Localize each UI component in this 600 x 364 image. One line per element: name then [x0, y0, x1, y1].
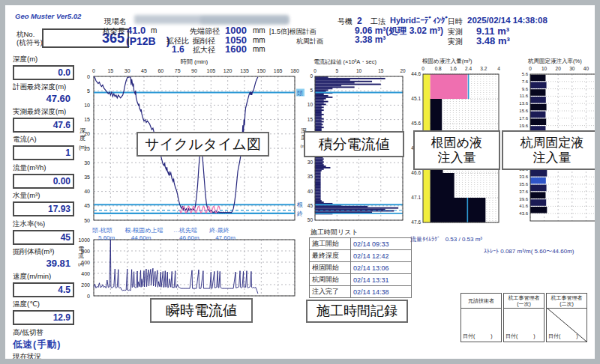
tick-label: 1000 — [78, 237, 90, 243]
tick-label: 11.6 — [520, 94, 529, 98]
table-row: 注入完了02/14 14:38 — [310, 286, 412, 298]
depth-value: 0.0 — [13, 65, 74, 80]
excavation-vol-label: 掘削体積(m³) — [13, 247, 74, 257]
times-callout: 施工時間記録 — [306, 300, 408, 323]
tick-label: 47.6 — [411, 219, 421, 225]
axis-label: 深 — [80, 127, 86, 134]
tick-label: 5.6 — [522, 72, 529, 76]
table-row: 杭周開始02/14 13:31 — [310, 274, 412, 286]
times-title: 施工時間リスト — [310, 228, 358, 237]
current-label: 電流(A) — [13, 135, 74, 145]
tick-label: 45 — [308, 203, 314, 208]
tick-label: 46.6 — [411, 170, 421, 175]
tick-label: 45 — [141, 68, 147, 73]
tick-label: 135 — [240, 68, 249, 73]
tick-label: 10 — [84, 103, 90, 108]
actual-final-depth-value: 47.6 — [13, 118, 74, 133]
tick-label: 37.6 — [519, 189, 528, 194]
tick-label: 45 — [84, 203, 90, 208]
speed-value: 4.5 — [13, 282, 74, 297]
ref-line-label: 根 — [296, 201, 303, 208]
tick-label: 0 — [529, 66, 532, 71]
tick-label: (A) — [78, 262, 84, 267]
tick-label: 電流記録値 (×10³A・sec) — [314, 58, 376, 65]
tick-label: 4 — [497, 66, 500, 71]
gear-value: 低速(手動) — [13, 339, 74, 350]
speed-label: 速度(m/min) — [13, 272, 74, 282]
water-label: 水量(m³) — [13, 191, 74, 201]
ref-line-label: 頭 — [297, 90, 303, 97]
gear-label: 高/低切替 — [13, 328, 74, 338]
tick-label: 39.6 — [519, 197, 528, 201]
tick-label: 1.6 — [450, 66, 457, 71]
cycle-chart-callout: サイクルタイム図 — [136, 132, 269, 157]
tick-label: 75 — [175, 68, 181, 73]
tick-label: 0.8 — [435, 66, 442, 71]
legend-item: 頭-杭頭5.60m — [92, 227, 115, 241]
tick-label: 41.6 — [519, 204, 528, 208]
tick-label: 44.6 — [411, 71, 421, 76]
tick-label: 17.6 — [519, 116, 528, 121]
tick-label: 150 — [256, 68, 266, 73]
tick-label: 0 — [314, 68, 316, 73]
tick-label: 3.2 — [480, 66, 487, 71]
flow-label: 流量(m³/h) — [13, 163, 74, 173]
tick-label: 35.6 — [519, 182, 528, 186]
tick-label: 5 — [87, 88, 90, 94]
signature-block: 元請技術者 日付( ) 杭工事管理者(一次) 日付( ) 杭工事管理者(二次) … — [460, 293, 587, 342]
tick-label: 35 — [84, 175, 90, 180]
signature-cell-secondary: 杭工事管理者(二次) 日付( ) — [546, 293, 587, 342]
straight-note: ｽﾄﾚｰﾄ 0.087 m³/m( 5.60〜44.60m) — [484, 247, 574, 255]
tick-label: 90 — [191, 68, 197, 73]
table-row: 最終深度02/14 12:42 — [310, 250, 412, 262]
tick-label: 45.1 — [411, 96, 421, 101]
tick-label: 47.1 — [411, 195, 421, 200]
tick-label: 165 — [274, 68, 283, 73]
nekatame-callout: 根固め液注入量 — [413, 130, 500, 170]
tick-label: 200 — [81, 282, 90, 288]
tick-label: 43.6 — [519, 211, 528, 216]
tick-label: 50 — [308, 217, 314, 222]
tick-label: 13.6 — [519, 101, 528, 106]
signature-cell-primary: 杭工事管理者(一次) 日付( ) — [503, 293, 544, 342]
tick-label: 60 — [158, 68, 164, 73]
instant-current-callout: 瞬時電流値 — [150, 298, 253, 323]
tick-label: 0 — [87, 294, 90, 299]
legend-item: …杭先端46.60m — [173, 227, 200, 241]
water-rate-label: 注水率(%) — [13, 219, 74, 229]
flow-lag-note: 流量ﾀｲﾑﾗｸﾞ 0.53 / 0.53 m³ — [410, 235, 482, 243]
actual-final-depth-label: 実測最終深度(m) — [13, 107, 74, 117]
geo-muster-window: 0510152025303540455001530456075901051201… — [0, 0, 600, 364]
tick-label: 0 — [92, 68, 95, 73]
tick-label: 30 — [569, 66, 575, 71]
kyushu-callout: 杭周固定液注入量 — [502, 130, 600, 170]
plan-final-depth-value: 47.60 — [13, 93, 74, 104]
tick-label: 0 — [87, 74, 90, 79]
tick-label: 杭周固定液注入率(%) — [527, 58, 582, 64]
axis-label: 度 — [80, 135, 86, 142]
depth-label: 深度(m) — [13, 55, 74, 64]
tick-label: 33.6 — [519, 175, 528, 179]
tick-label: 時間 (min) — [181, 58, 208, 65]
signature-cell-general: 元請技術者 日付( ) — [460, 293, 502, 342]
ref-line-label: 終 — [296, 210, 303, 217]
tick-label: 15 — [308, 117, 314, 122]
tick-label: 5 — [335, 68, 338, 73]
water-value: 17.93 — [13, 201, 74, 216]
status-label: 現在状況 — [13, 352, 74, 362]
tick-label: 5 — [310, 88, 313, 93]
legend-item: 終-最終47.60m — [209, 227, 236, 241]
tick-label: 10 — [356, 68, 362, 73]
tick-label: 50 — [597, 66, 600, 71]
tick-label: 30 — [308, 160, 314, 165]
integral-current-callout: 積分電流値 — [304, 131, 404, 157]
tick-label: 15 — [107, 68, 113, 73]
excavation-vol-value: 39.81 — [13, 258, 74, 269]
flow-value: 0.00 — [13, 174, 74, 189]
tick-label: 20 — [400, 68, 406, 73]
plan-final-depth-label: 計画最終深度(m) — [13, 82, 74, 92]
tick-label: 30 — [84, 160, 90, 166]
temp-label: 温度(℃) — [13, 300, 74, 309]
tick-label: (m) — [79, 145, 86, 151]
water-rate-value: 45 — [13, 230, 74, 245]
